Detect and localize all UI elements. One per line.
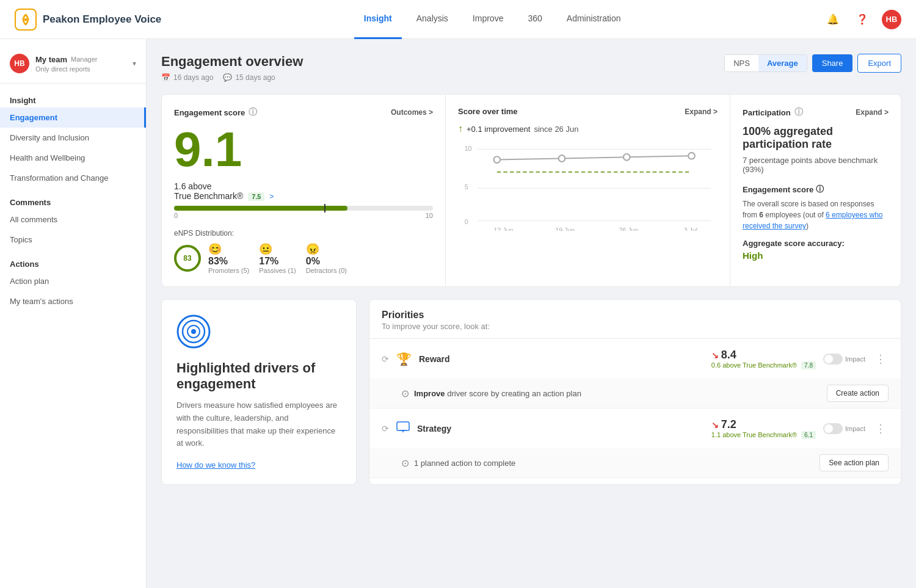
svg-text:0: 0 bbox=[465, 218, 468, 225]
svg-point-19 bbox=[191, 329, 196, 334]
strategy-icon bbox=[396, 421, 410, 435]
drivers-link[interactable]: How do we know this? bbox=[176, 460, 255, 470]
bar-min-label: 0 bbox=[174, 212, 178, 219]
nav-tab-360[interactable]: 360 bbox=[518, 0, 551, 39]
detractors-stat: 😠 0% Detractors (0) bbox=[306, 242, 347, 274]
reward-action-text: Improve driver score by creating an acti… bbox=[414, 389, 822, 398]
strategy-toggle[interactable] bbox=[823, 423, 843, 434]
svg-point-9 bbox=[559, 155, 565, 162]
priorities-subtitle: To improve your score, look at: bbox=[382, 322, 889, 331]
see-action-plan-button[interactable]: See action plan bbox=[820, 454, 889, 471]
main-layout: HB My team Manager Only direct reports ▾… bbox=[0, 39, 916, 588]
score-over-time-title: Score over time bbox=[458, 107, 518, 116]
drivers-title: Highlighted drivers of engagement bbox=[176, 360, 341, 392]
participation-card-title: Participation bbox=[743, 108, 791, 117]
passives-icon: 😐 bbox=[259, 242, 296, 256]
sidebar-item-diversity[interactable]: Diversity and Inclusion bbox=[0, 128, 146, 148]
svg-text:19 Jun: 19 Jun bbox=[555, 227, 575, 231]
improvement-since: since 26 Jun bbox=[534, 125, 578, 134]
comment-icon: 💬 bbox=[223, 73, 232, 82]
svg-point-8 bbox=[493, 156, 500, 163]
participation-rate: 100% aggregated participation rate bbox=[743, 125, 889, 151]
engagement-score-desc: The overall score is based on responses … bbox=[743, 198, 889, 231]
reward-arrow-icon: ↘ bbox=[711, 350, 719, 360]
share-button[interactable]: Share bbox=[812, 54, 853, 72]
svg-point-11 bbox=[688, 153, 695, 159]
sidebar-section-insight: Insight bbox=[0, 91, 146, 107]
header-actions: NPS Average Share Export bbox=[724, 54, 901, 73]
priorities-card: Priorities To improve your score, look a… bbox=[369, 299, 901, 485]
page-header: Engagement overview 📅 16 days ago 💬 15 d… bbox=[161, 54, 901, 82]
team-avatar: HB bbox=[10, 54, 29, 73]
sidebar-item-topics[interactable]: Topics bbox=[0, 230, 146, 250]
nav-tab-insight[interactable]: Insight bbox=[354, 0, 402, 39]
nps-average-toggle: NPS Average bbox=[724, 54, 807, 72]
nps-button[interactable]: NPS bbox=[725, 55, 758, 71]
nav-tab-administration[interactable]: Administration bbox=[557, 0, 631, 39]
team-chevron-icon: ▾ bbox=[133, 59, 136, 68]
participation-info-icon[interactable]: ⓘ bbox=[794, 107, 803, 118]
participation-expand-link[interactable]: Expand > bbox=[856, 108, 889, 117]
chart-svg: 10 5 0 bbox=[458, 139, 718, 231]
strategy-action-row: ⊙ 1 planned action to complete See actio… bbox=[369, 448, 901, 477]
strategy-action-text: 1 planned action to complete bbox=[414, 459, 815, 468]
promoters-stat: 😊 83% Promoters (5) bbox=[208, 242, 249, 274]
page-title: Engagement overview bbox=[161, 54, 303, 70]
sidebar-section-actions: Actions bbox=[0, 255, 146, 271]
svg-text:10: 10 bbox=[465, 145, 472, 152]
strategy-score: ↘ 7.2 bbox=[711, 418, 816, 431]
enps-circle: 83 bbox=[174, 245, 201, 272]
notifications-button[interactable]: 🔔 bbox=[823, 10, 843, 29]
strategy-benchmark-pill: 6.1 bbox=[801, 431, 816, 439]
detractors-label: Detractors (0) bbox=[306, 267, 347, 274]
help-button[interactable]: ❓ bbox=[852, 10, 872, 29]
benchmark-arrow[interactable]: > bbox=[269, 192, 274, 201]
reward-more-icon[interactable]: ⋮ bbox=[873, 350, 889, 368]
svg-rect-20 bbox=[397, 422, 409, 430]
reward-icon: 🏆 bbox=[396, 352, 412, 366]
accuracy-value: High bbox=[743, 250, 889, 261]
strategy-chevron-icon[interactable]: ⟳ bbox=[382, 424, 389, 434]
sidebar-item-my-teams-actions[interactable]: My team's actions bbox=[0, 291, 146, 311]
nav-tab-improve[interactable]: Improve bbox=[463, 0, 514, 39]
passives-pct: 17% bbox=[259, 256, 296, 267]
user-avatar[interactable]: HB bbox=[882, 10, 901, 29]
reward-name: Reward bbox=[419, 354, 704, 364]
strategy-action-icon: ⊙ bbox=[401, 457, 409, 469]
engagement-score-info-icon[interactable]: ⓘ bbox=[249, 107, 257, 118]
strategy-benchmark: 1.1 above True Benchmark® 6.1 bbox=[711, 431, 816, 438]
passives-label: Passives (1) bbox=[259, 267, 296, 274]
drivers-desc: Drivers measure how satisfied employees … bbox=[176, 399, 341, 450]
sidebar-item-engagement[interactable]: Engagement bbox=[0, 107, 146, 128]
svg-text:5: 5 bbox=[465, 183, 468, 191]
reward-toggle[interactable] bbox=[823, 354, 843, 365]
engagement-score-value: 9.1 bbox=[174, 125, 433, 174]
svg-point-10 bbox=[623, 154, 630, 161]
reward-action-icon: ⊙ bbox=[401, 388, 409, 399]
outcomes-link[interactable]: Outcomes > bbox=[391, 108, 433, 117]
create-action-button[interactable]: Create action bbox=[827, 385, 889, 402]
meta-comment: 💬 15 days ago bbox=[223, 73, 275, 82]
expand-link[interactable]: Expand > bbox=[685, 107, 718, 116]
nav-tab-analysis[interactable]: Analysis bbox=[407, 0, 458, 39]
average-button[interactable]: Average bbox=[758, 55, 807, 71]
engagement-score-sub-info-icon[interactable]: ⓘ bbox=[816, 184, 824, 195]
team-role: Manager bbox=[71, 56, 97, 63]
strategy-more-icon[interactable]: ⋮ bbox=[873, 419, 889, 438]
enps-title: eNPS Distribution: bbox=[174, 229, 433, 238]
reward-chevron-icon[interactable]: ⟳ bbox=[382, 354, 389, 364]
sidebar-item-health[interactable]: Health and Wellbeing bbox=[0, 148, 146, 168]
team-selector[interactable]: HB My team Manager Only direct reports ▾ bbox=[0, 49, 146, 84]
employees-link[interactable]: 6 employees who received the survey bbox=[743, 211, 882, 230]
score-over-time-card: Score over time Expand > ↑ +0.1 improvem… bbox=[446, 94, 730, 287]
sidebar-item-action-plan[interactable]: Action plan bbox=[0, 271, 146, 291]
participation-card: Participation ⓘ Expand > 100% aggregated… bbox=[730, 94, 901, 287]
sidebar-item-all-comments[interactable]: All comments bbox=[0, 209, 146, 230]
export-button[interactable]: Export bbox=[857, 54, 901, 73]
strategy-name: Strategy bbox=[417, 424, 704, 434]
passives-stat: 😐 17% Passives (1) bbox=[259, 242, 296, 274]
svg-point-0 bbox=[24, 18, 27, 21]
sidebar-item-transformation[interactable]: Transformation and Change bbox=[0, 168, 146, 188]
participation-desc: 7 percentage points above benchmark (93%… bbox=[743, 156, 889, 174]
nav-tabs: Insight Analysis Improve 360 Administrat… bbox=[161, 0, 823, 39]
